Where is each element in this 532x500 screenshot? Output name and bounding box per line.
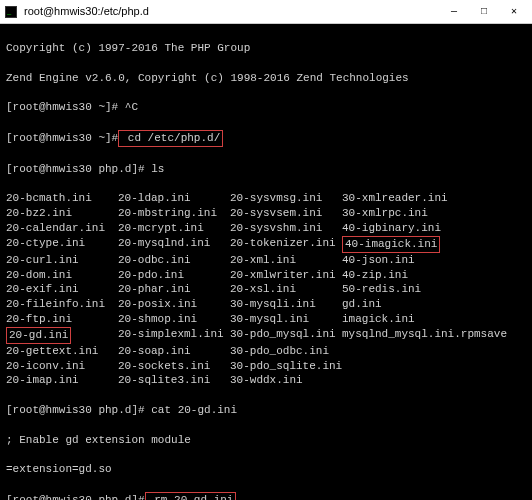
ls-cell: 20-soap.ini [118, 344, 230, 359]
ls-cell: 30-pdo_mysql.ini [230, 327, 342, 344]
ls-cell: 20-mbstring.ini [118, 206, 230, 221]
ls-cell: 30-mysqli.ini [230, 297, 342, 312]
prompt-line: [root@hmwis30 ~]# ^C [6, 100, 526, 115]
svg-text:_: _ [6, 8, 12, 16]
ls-cell: 20-curl.ini [6, 253, 118, 268]
highlighted-file: 40-imagick.ini [342, 236, 440, 253]
ls-cell: 20-iconv.ini [6, 359, 118, 374]
window-title: root@hmwis30:/etc/php.d [24, 4, 440, 19]
ls-row: 20-ctype.ini20-mysqlnd.ini20-tokenizer.i… [6, 236, 526, 253]
ls-cell: 20-tokenizer.ini [230, 236, 342, 253]
ls-cell: 30-xmlrpc.ini [342, 206, 526, 221]
ls-cell: 20-sysvmsg.ini [230, 191, 342, 206]
ls-cell: 20-ldap.ini [118, 191, 230, 206]
terminal-icon: _ [4, 5, 18, 19]
minimize-button[interactable]: — [440, 2, 468, 22]
ls-row: 20-gd.ini20-simplexml.ini30-pdo_mysql.in… [6, 327, 526, 344]
ls-row: 20-ftp.ini20-shmop.ini30-mysql.iniimagic… [6, 312, 526, 327]
ls-cell: 20-odbc.ini [118, 253, 230, 268]
ls-row: 20-dom.ini20-pdo.ini20-xmlwriter.ini40-z… [6, 268, 526, 283]
ls-cell: 20-ctype.ini [6, 236, 118, 253]
prompt-line: [root@hmwis30 php.d]# ls [6, 162, 526, 177]
highlighted-command: cd /etc/php.d/ [118, 130, 223, 147]
ls-cell: 20-sysvsem.ini [230, 206, 342, 221]
maximize-button[interactable]: □ [470, 2, 498, 22]
ls-cell: 30-xmlreader.ini [342, 191, 526, 206]
ls-row: 20-iconv.ini20-sockets.ini30-pdo_sqlite.… [6, 359, 526, 374]
highlighted-command: rm 20-gd.ini [145, 492, 237, 500]
ls-cell: 20-sysvshm.ini [230, 221, 342, 236]
output-line: ; Enable gd extension module [6, 433, 526, 448]
ls-cell: 30-wddx.ini [230, 373, 342, 388]
prompt-line: [root@hmwis30 php.d]# cat 20-gd.ini [6, 403, 526, 418]
ls-cell: 50-redis.ini [342, 282, 526, 297]
ls-cell: 30-mysql.ini [230, 312, 342, 327]
ls-row: 20-gettext.ini20-soap.ini30-pdo_odbc.ini [6, 344, 526, 359]
ls-row: 20-imap.ini20-sqlite3.ini30-wddx.ini [6, 373, 526, 388]
ls-row: 20-bcmath.ini20-ldap.ini20-sysvmsg.ini30… [6, 191, 526, 206]
ls-cell: 20-ftp.ini [6, 312, 118, 327]
ls-cell: 20-mysqlnd.ini [118, 236, 230, 253]
ls-cell: imagick.ini [342, 312, 526, 327]
output-line: =extension=gd.so [6, 462, 526, 477]
ls-cell: 40-json.ini [342, 253, 526, 268]
ls-cell: 40-imagick.ini [342, 236, 526, 253]
ls-row: 20-exif.ini20-phar.ini20-xsl.ini50-redis… [6, 282, 526, 297]
ls-cell: 20-bz2.ini [6, 206, 118, 221]
copyright-line: Copyright (c) 1997-2016 The PHP Group [6, 41, 526, 56]
ls-row: 20-fileinfo.ini20-posix.ini30-mysqli.ini… [6, 297, 526, 312]
ls-cell: 20-xml.ini [230, 253, 342, 268]
ls-cell: 20-sqlite3.ini [118, 373, 230, 388]
close-button[interactable]: ✕ [500, 2, 528, 22]
ls-cell: 20-imap.ini [6, 373, 118, 388]
ls-cell: 20-sockets.ini [118, 359, 230, 374]
ls-cell: 30-pdo_sqlite.ini [230, 359, 342, 374]
ls-cell: 20-bcmath.ini [6, 191, 118, 206]
ls-cell [342, 359, 526, 374]
ls-cell: 20-gd.ini [6, 327, 118, 344]
ls-cell: 20-exif.ini [6, 282, 118, 297]
ls-cell: 20-mcrypt.ini [118, 221, 230, 236]
ls-cell: mysqlnd_mysql.ini.rpmsave [342, 327, 526, 344]
ls-cell: 20-xmlwriter.ini [230, 268, 342, 283]
copyright-line: Zend Engine v2.6.0, Copyright (c) 1998-2… [6, 71, 526, 86]
ls-cell: 20-xsl.ini [230, 282, 342, 297]
ls-cell: 20-shmop.ini [118, 312, 230, 327]
ls-cell: 20-gettext.ini [6, 344, 118, 359]
ls-output: 20-bcmath.ini20-ldap.ini20-sysvmsg.ini30… [6, 191, 526, 388]
ls-row: 20-bz2.ini20-mbstring.ini20-sysvsem.ini3… [6, 206, 526, 221]
ls-row: 20-curl.ini20-odbc.ini20-xml.ini40-json.… [6, 253, 526, 268]
window-titlebar: _ root@hmwis30:/etc/php.d — □ ✕ [0, 0, 532, 24]
ls-cell [342, 344, 526, 359]
prompt-line: [root@hmwis30 ~]# cd /etc/php.d/ [6, 130, 526, 147]
ls-cell [342, 373, 526, 388]
ls-row: 20-calendar.ini20-mcrypt.ini20-sysvshm.i… [6, 221, 526, 236]
ls-cell: gd.ini [342, 297, 526, 312]
ls-cell: 20-pdo.ini [118, 268, 230, 283]
prompt-line: [root@hmwis30 php.d]# rm 20-gd.ini [6, 492, 526, 500]
ls-cell: 40-zip.ini [342, 268, 526, 283]
ls-cell: 20-fileinfo.ini [6, 297, 118, 312]
window-controls: — □ ✕ [440, 2, 528, 22]
terminal-body[interactable]: Copyright (c) 1997-2016 The PHP Group Ze… [0, 24, 532, 500]
ls-cell: 30-pdo_odbc.ini [230, 344, 342, 359]
ls-cell: 20-dom.ini [6, 268, 118, 283]
ls-cell: 40-igbinary.ini [342, 221, 526, 236]
ls-cell: 20-simplexml.ini [118, 327, 230, 344]
highlighted-file: 20-gd.ini [6, 327, 71, 344]
ls-cell: 20-phar.ini [118, 282, 230, 297]
ls-cell: 20-calendar.ini [6, 221, 118, 236]
ls-cell: 20-posix.ini [118, 297, 230, 312]
